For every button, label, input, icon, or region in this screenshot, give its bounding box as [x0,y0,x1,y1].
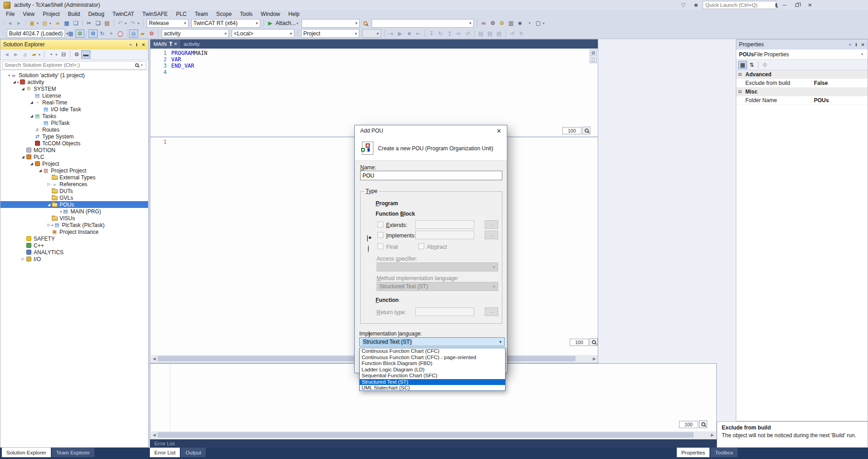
gear-run-icon[interactable]: ⚙ [497,19,506,27]
expander-open-icon[interactable]: ◢ [12,80,17,84]
collapse-icon[interactable]: ⊟ [736,72,744,77]
tab-output[interactable]: Output [181,448,206,457]
preview-icon[interactable]: ▬ [81,50,90,59]
paste-icon[interactable]: ▤ [103,19,112,27]
minimize-button[interactable]: ─ [778,1,791,9]
menu-tools[interactable]: Tools [236,10,257,18]
tab-properties[interactable]: Properties [677,448,709,457]
no-build-icon[interactable]: ⚙ [147,30,156,38]
name-input[interactable] [360,171,502,180]
tree-item-c-[interactable]: C++ [0,242,148,249]
tree-item-i-o-idle-task[interactable]: ▤I/O Idle Task [0,106,148,113]
step3-icon[interactable]: ↥ [445,30,454,38]
attach-button[interactable]: Attach... [276,20,296,26]
scroll-right-arrow[interactable]: ▶ [709,431,716,439]
home-icon[interactable]: ⌂ [20,50,30,59]
pin-icon[interactable] [853,41,859,48]
property-row[interactable]: Exclude from buildFalse [736,79,868,88]
expander-open-icon[interactable]: ◢ [38,168,43,173]
search-box[interactable]: ▾ [2,61,146,69]
scroll-left-arrow[interactable]: ◀ [151,431,158,439]
properties-object-combo[interactable]: POUs File Properties ▾ [736,49,868,59]
panel-menu-icon[interactable]: ▾ [849,43,853,47]
tree-item-project-instance[interactable]: ▣Project Instance [0,228,148,235]
implementation-language-combo[interactable]: Structured Text (ST) ▾ [359,337,505,346]
function-label[interactable]: Function [376,297,399,303]
expander-open-icon[interactable]: ◢ [46,202,51,207]
step2-icon[interactable]: ↻ [436,30,445,38]
tree-item-type-system[interactable]: ⇄Type System [0,133,148,140]
dropdown-option[interactable]: Structured Text (ST) [360,379,505,385]
expander-open-icon[interactable]: ◢ [29,100,34,104]
cut-icon[interactable]: ✂ [84,19,94,27]
property-value[interactable]: False [812,80,868,86]
menu-twincat[interactable]: TwinCAT [109,10,139,18]
redo-icon[interactable]: ↷ [129,19,138,27]
expander-closed-icon[interactable]: ▷ [46,182,51,186]
build-version-combo[interactable]: Build 4024.7 (Loaded)▾ [7,29,65,38]
lower-hscrollbar[interactable]: ◀ ▶ [151,431,716,439]
step5-icon[interactable]: ↺ [463,30,472,38]
dropdown-arrow[interactable]: ▾ [543,21,546,25]
property-value[interactable]: POUs [812,97,868,104]
menu-debug[interactable]: Debug [84,10,108,18]
property-category[interactable]: ⊟Advanced [736,70,868,79]
split-view-icon[interactable]: ▤ [590,49,597,56]
property-category[interactable]: ⊟Misc [736,88,868,96]
add-item-icon[interactable]: ▤ [40,19,50,27]
tree-item-i-o[interactable]: ▷I/O [0,256,148,262]
expander-closed-icon[interactable]: ▷ [20,257,25,261]
tree-item-real-time[interactable]: ◢◔Real-Time [0,99,148,106]
toolbox-icon[interactable]: ▥ [506,19,516,27]
help-icon[interactable]: ◔ [525,19,534,27]
tc-blue-icon[interactable]: ⚙ [89,30,98,38]
menu-plc[interactable]: PLC [172,10,190,18]
term-icon[interactable]: ▢ [534,19,543,27]
notifications-filter-icon[interactable]: ▽ [681,2,685,8]
tree-item-tccom-objects[interactable]: TcCOM Objects [0,140,148,147]
tree-item-gvls[interactable]: GVLs [0,194,148,201]
expander-open-icon[interactable]: ◢ [29,162,34,166]
new-project-icon[interactable]: ▣ [28,19,37,27]
tree-item-system[interactable]: ◢⚙SYSTEM [0,85,148,92]
scroll-thumb[interactable] [158,432,694,438]
dropdown-option[interactable]: Ladder Logic Diagram (LD) [360,367,505,373]
tc-green-icon[interactable]: ⚙ [75,30,84,38]
program-label[interactable]: Program [376,200,398,207]
function-block-radio[interactable] [368,245,369,252]
object-dropdown-arrow[interactable]: ▾ [861,52,865,56]
lower-zoom-level[interactable]: 100 [679,421,698,428]
platform-combo[interactable]: TwinCAT RT (x64)▾ [191,19,260,28]
implementation-zoom-level[interactable]: 100 [570,339,589,346]
b2-icon[interactable]: ▤ [486,30,495,38]
tree-item-visus[interactable]: VISUs [0,215,148,222]
vs-icon[interactable]: ∞ [479,19,488,27]
collapse-icon[interactable]: ⊟ [736,89,744,94]
wrench-icon[interactable]: ⚙ [72,50,81,59]
extends-checkbox[interactable] [377,222,383,227]
quick-launch-box[interactable] [703,1,776,9]
tree-item-routes[interactable]: #Routes [0,126,148,133]
logout-icon[interactable]: ⇤ [414,30,423,38]
find-icon[interactable] [361,19,370,27]
document-tab-activity[interactable]: activity [180,39,203,49]
feedback-icon[interactable]: ☻ [693,2,699,8]
document-tab-main[interactable]: MAIN✕ [150,39,180,49]
configuration-combo[interactable]: Release▾ [147,19,188,28]
save-icon[interactable]: ▦ [62,19,71,27]
undo-icon[interactable]: ↶ [116,19,125,27]
tree-item-plctask[interactable]: ▤PlcTask [0,119,148,126]
nav-forward-icon[interactable]: ► [15,19,24,27]
expander-open-icon[interactable]: ◢ [29,114,34,118]
sort-alphabetical-icon[interactable]: ⇅ [747,61,756,69]
property-row[interactable]: Folder NamePOUs [736,96,868,105]
tree-item-main-prg-[interactable]: ●▤MAIN (PRG) [0,208,148,215]
dropdown-option[interactable]: Function Block Diagram (FBD) [360,360,505,367]
dropdown-arrow[interactable]: ▾ [138,21,141,25]
categorized-icon[interactable]: ▦ [738,61,747,69]
b3-icon[interactable]: ▤ [495,30,504,38]
tree-item-external-types[interactable]: External Types [0,174,148,181]
pin-icon[interactable] [134,41,140,48]
tree-item-analytics[interactable]: ANALYTICS [0,249,148,256]
l1-icon[interactable]: ↺ [508,30,517,38]
